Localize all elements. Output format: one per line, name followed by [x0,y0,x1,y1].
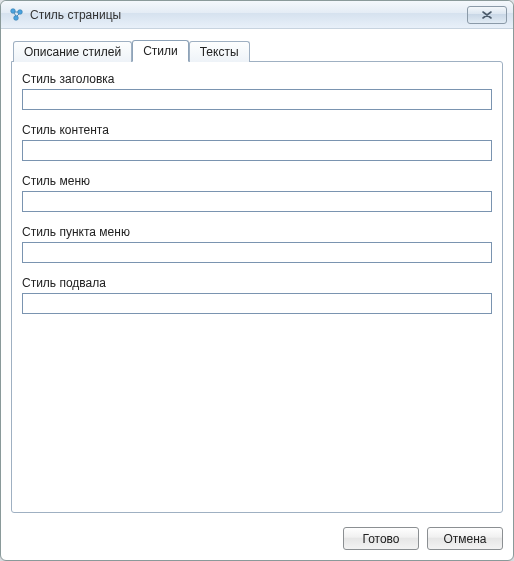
tab-texts[interactable]: Тексты [189,41,250,62]
label-content-style: Стиль контента [22,123,492,137]
tab-panel: Стиль заголовка Стиль контента Стиль мен… [11,61,503,513]
svg-line-5 [17,14,19,16]
window-title: Стиль страницы [30,8,467,22]
svg-point-0 [11,8,16,13]
dialog-footer: Готово Отмена [1,521,513,560]
app-icon [9,7,25,23]
label-title-style: Стиль заголовка [22,72,492,86]
label-menu-style: Стиль меню [22,174,492,188]
dialog-window: Стиль страницы Описание стилей Стили Тек… [0,0,514,561]
field-content-style: Стиль контента [22,123,492,161]
field-menuitem-style: Стиль пункта меню [22,225,492,263]
content-area: Описание стилей Стили Тексты Стиль загол… [1,29,513,521]
close-button[interactable] [467,6,507,24]
tab-style-descriptions[interactable]: Описание стилей [13,41,132,62]
ok-button[interactable]: Готово [343,527,419,550]
input-title-style[interactable] [22,89,492,110]
input-footer-style[interactable] [22,293,492,314]
field-menu-style: Стиль меню [22,174,492,212]
field-footer-style: Стиль подвала [22,276,492,314]
input-content-style[interactable] [22,140,492,161]
input-menuitem-style[interactable] [22,242,492,263]
tab-strip: Описание стилей Стили Тексты [11,39,503,61]
title-bar: Стиль страницы [1,1,513,29]
cancel-button[interactable]: Отмена [427,527,503,550]
input-menu-style[interactable] [22,191,492,212]
tab-label: Стили [143,44,178,58]
label-menuitem-style: Стиль пункта меню [22,225,492,239]
close-icon [481,10,493,20]
svg-line-4 [14,13,16,16]
svg-point-2 [14,15,19,20]
label-footer-style: Стиль подвала [22,276,492,290]
tab-label: Описание стилей [24,45,121,59]
tab-label: Тексты [200,45,239,59]
tab-styles[interactable]: Стили [132,40,189,62]
svg-point-1 [18,9,23,14]
field-title-style: Стиль заголовка [22,72,492,110]
